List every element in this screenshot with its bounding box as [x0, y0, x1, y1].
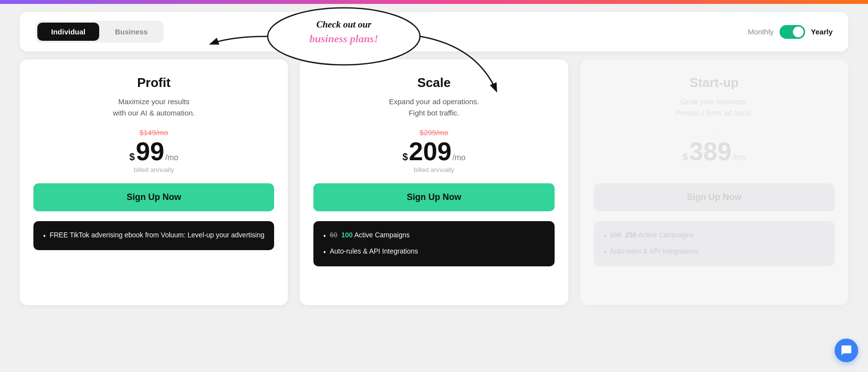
plan-card-startup: Start-up Grow your business.Protect it f… — [580, 59, 848, 305]
bullet-icon: • — [323, 231, 326, 241]
scale-feature-suffix: Active Campaigns — [354, 231, 410, 239]
startup-period: /mo — [732, 153, 746, 162]
startup-signup-button[interactable]: Sign Up Now — [594, 183, 835, 211]
plan-profit-name: Profit — [33, 75, 274, 90]
startup-feature-1: • 100 250 Active Campaigns — [604, 230, 825, 241]
profit-amount: 99 — [136, 139, 164, 164]
startup-feature-1-text: 100 250 Active Campaigns — [610, 230, 694, 240]
scale-feature-1-text: 60 100 Active Campaigns — [330, 230, 410, 240]
yearly-label: Yearly — [811, 28, 833, 36]
startup-amount: 389 — [689, 139, 732, 164]
bullet-icon: • — [323, 247, 326, 258]
plan-type-container: Individual Business Check out our busine… — [20, 12, 848, 52]
profit-feature-1: • FREE TikTok adverising ebook from Volu… — [43, 230, 264, 241]
startup-dollar: $ — [683, 151, 688, 163]
svg-point-0 — [268, 8, 420, 65]
toggle-knob — [793, 27, 804, 37]
plan-startup-old-price — [594, 128, 835, 137]
scale-features: • 60 100 Active Campaigns • Auto-rules &… — [313, 221, 554, 266]
scale-feature-2-text: Auto-rules & API Integrations — [330, 246, 418, 257]
bullet-icon: • — [604, 247, 606, 258]
chat-icon — [840, 344, 852, 356]
startup-feature-2-text: Auto-rules & API Integrations — [610, 246, 699, 257]
plan-scale-name: Scale — [313, 75, 554, 90]
scale-highlight: 100 — [341, 231, 353, 239]
svg-text:Check out our: Check out our — [316, 19, 372, 29]
scale-feature-2: • Auto-rules & API Integrations — [323, 246, 544, 258]
plan-startup-price: $ 389 /mo — [594, 139, 835, 164]
billing-toggle: Monthly Yearly — [748, 25, 833, 39]
plans-grid: Profit Maximize your resultswith our AI … — [20, 59, 848, 317]
plan-scale-price: $ 209 /mo — [313, 139, 554, 164]
scale-dollar: $ — [402, 151, 408, 163]
profit-features: • FREE TikTok adverising ebook from Volu… — [33, 221, 274, 250]
plan-type-toggle: Individual Business — [35, 21, 164, 43]
individual-tab[interactable]: Individual — [37, 23, 99, 41]
svg-text:business plans!: business plans! — [309, 32, 378, 45]
plan-scale-old-price: $299/mo — [313, 128, 554, 137]
startup-features: • 100 250 Active Campaigns • Auto-rules … — [594, 221, 835, 266]
scale-crossed: 60 — [330, 231, 337, 239]
scale-billed: billed annually — [313, 166, 554, 173]
bullet-icon: • — [43, 231, 46, 241]
plan-profit-old-price: $149/mo — [33, 128, 274, 137]
plan-startup-name: Start-up — [594, 75, 835, 90]
plan-startup-desc: Grow your business.Protect it from ad fr… — [594, 96, 835, 118]
scale-feature-1: • 60 100 Active Campaigns — [323, 230, 544, 241]
scale-period: /mo — [452, 153, 466, 162]
profit-dollar: $ — [129, 151, 135, 163]
plan-profit-price: $ 99 /mo — [33, 139, 274, 164]
plan-scale-desc: Expand your ad operations.Fight bot traf… — [313, 96, 554, 118]
chat-bubble[interactable] — [835, 339, 858, 362]
plan-profit-desc: Maximize your resultswith our AI & autom… — [33, 96, 274, 118]
startup-feature-suffix: Active Campaigns — [638, 231, 694, 239]
startup-crossed: 100 — [610, 231, 621, 239]
scale-signup-button[interactable]: Sign Up Now — [313, 183, 554, 211]
plan-card-profit: Profit Maximize your resultswith our AI … — [20, 59, 288, 305]
plan-card-scale: Scale Expand your ad operations.Fight bo… — [300, 59, 568, 305]
startup-feature-2: • Auto-rules & API Integrations — [604, 246, 825, 258]
startup-billed — [594, 166, 835, 173]
profit-feature-text: FREE TikTok adverising ebook from Voluum… — [50, 230, 264, 240]
bullet-icon: • — [604, 231, 606, 241]
scale-amount: 209 — [409, 139, 451, 164]
business-tab[interactable]: Business — [101, 23, 162, 41]
profit-signup-button[interactable]: Sign Up Now — [33, 183, 274, 211]
profit-period: /mo — [165, 153, 178, 162]
monthly-label: Monthly — [748, 28, 774, 36]
billing-switch[interactable] — [780, 25, 805, 39]
startup-highlight: 250 — [625, 231, 637, 239]
profit-billed: billed annually — [33, 166, 274, 173]
top-gradient-bar — [0, 0, 868, 4]
